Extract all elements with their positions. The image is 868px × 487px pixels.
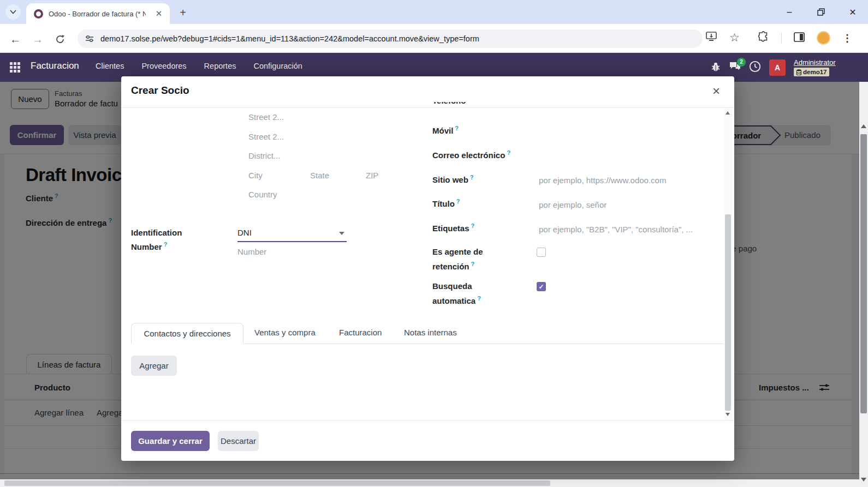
extensions-button[interactable] bbox=[758, 31, 769, 45]
help-mark[interactable]: ? bbox=[477, 295, 481, 302]
district-input[interactable]: District... bbox=[248, 151, 280, 160]
modal-scroll-up-icon[interactable] bbox=[726, 111, 730, 115]
reload-button[interactable] bbox=[52, 32, 68, 47]
menu-configuracion[interactable]: Configuración bbox=[253, 62, 302, 70]
messages-button[interactable]: 2 bbox=[729, 61, 741, 74]
modal-scrollbar[interactable] bbox=[724, 109, 732, 419]
phone-label-clipped: Teléfono bbox=[432, 102, 481, 108]
menu-reportes[interactable]: Reportes bbox=[204, 62, 236, 70]
tab-close-icon[interactable]: ✕ bbox=[153, 8, 164, 19]
modal-scrollbar-thumb[interactable] bbox=[725, 214, 731, 411]
mobile-label: Móvil? bbox=[432, 125, 459, 135]
tab-invoicing[interactable]: Facturacion bbox=[339, 328, 382, 337]
help-mark[interactable]: ? bbox=[507, 149, 510, 156]
browser-tabstrip: Odoo - Borrador de factura (* N ✕ + – ✕ bbox=[0, 0, 868, 24]
retention-label-line2: retención? bbox=[432, 261, 474, 271]
create-partner-modal: Crear Socio × Teléfono Street 2... Stree… bbox=[121, 76, 734, 461]
database-name: demo17 bbox=[803, 69, 827, 75]
identification-label-line1: Identification bbox=[131, 228, 182, 237]
address-bar[interactable]: demo17.solse.pe/web?debug=1#cids=1&menu_… bbox=[78, 29, 703, 48]
autosearch-checkbox[interactable]: ✓ bbox=[537, 282, 546, 291]
website-label: Sitio web? bbox=[432, 174, 474, 184]
id-number-input[interactable]: Number bbox=[237, 247, 266, 256]
minimize-button[interactable]: – bbox=[782, 4, 797, 20]
side-panel-icon bbox=[794, 32, 805, 42]
website-input[interactable]: por ejemplo, https://www.odoo.com bbox=[539, 176, 666, 185]
zip-input[interactable]: ZIP bbox=[366, 171, 378, 180]
user-avatar[interactable]: A bbox=[769, 59, 786, 76]
clock-icon bbox=[749, 61, 761, 73]
messages-count-badge: 2 bbox=[737, 58, 746, 67]
modal-footer-divider bbox=[121, 420, 734, 420]
street2b-input[interactable]: Street 2... bbox=[248, 132, 284, 141]
database-badge: demo17 bbox=[794, 68, 829, 76]
screen: Odoo - Borrador de factura (* N ✕ + – ✕ … bbox=[0, 0, 868, 487]
site-info-icon[interactable] bbox=[85, 35, 94, 43]
install-app-button[interactable] bbox=[705, 31, 717, 44]
toolbar-separator bbox=[781, 33, 782, 44]
activities-button[interactable] bbox=[749, 61, 761, 75]
tab-internal-notes[interactable]: Notas internas bbox=[404, 328, 457, 337]
retention-label-line1: Es agente de bbox=[432, 247, 483, 256]
title-label: Título? bbox=[432, 198, 460, 208]
help-mark[interactable]: ? bbox=[164, 241, 168, 248]
debug-bug-button[interactable] bbox=[711, 61, 721, 74]
title-input[interactable]: por ejemplo, señor bbox=[539, 200, 607, 209]
new-tab-button[interactable]: + bbox=[176, 5, 190, 20]
tab-contacts-addresses[interactable]: Contactos y direcciones bbox=[131, 323, 243, 344]
database-icon bbox=[796, 69, 801, 75]
save-close-button[interactable]: Guardar y cerrar bbox=[131, 431, 210, 451]
user-menu[interactable]: Administrator demo17 bbox=[794, 58, 836, 76]
autosearch-label-line2: automatica? bbox=[432, 295, 481, 305]
scroll-up-arrow-icon[interactable] bbox=[861, 124, 866, 128]
help-mark[interactable]: ? bbox=[471, 223, 475, 229]
identification-label-line2: Number? bbox=[131, 241, 167, 251]
url-text: demo17.solse.pe/web?debug=1#cids=1&menu_… bbox=[100, 34, 479, 43]
side-panel-button[interactable] bbox=[794, 32, 805, 44]
street2-input[interactable]: Street 2... bbox=[248, 112, 284, 122]
menu-clientes[interactable]: Clientes bbox=[96, 62, 124, 70]
scroll-down-arrow-icon[interactable] bbox=[861, 478, 866, 482]
back-button[interactable]: ← bbox=[8, 32, 23, 47]
vertical-scrollbar[interactable] bbox=[859, 82, 868, 487]
odoo-favicon-icon bbox=[34, 9, 43, 19]
discard-button[interactable]: Descartar bbox=[218, 431, 259, 451]
bookmark-star-icon[interactable]: ☆ bbox=[729, 31, 740, 44]
tags-input[interactable]: por ejemplo, "B2B", "VIP", "consultoría"… bbox=[539, 225, 693, 234]
window-controls: – ✕ bbox=[782, 4, 860, 20]
modal-scroll-down-icon[interactable] bbox=[726, 413, 730, 416]
horizontal-scrollbar-thumb[interactable] bbox=[4, 480, 550, 486]
id-type-select[interactable]: DNI bbox=[237, 228, 347, 238]
help-mark[interactable]: ? bbox=[471, 261, 475, 267]
retention-checkbox[interactable] bbox=[537, 248, 546, 257]
autosearch-label-line1: Busqueda bbox=[432, 281, 472, 291]
close-window-button[interactable]: ✕ bbox=[845, 4, 860, 20]
forward-button[interactable]: → bbox=[30, 32, 45, 47]
city-input[interactable]: City bbox=[248, 171, 263, 180]
tab-search-button[interactable] bbox=[5, 4, 21, 20]
menu-kebab-icon[interactable]: ⋮ bbox=[842, 32, 852, 44]
modal-header: Crear Socio × bbox=[121, 76, 734, 108]
vertical-scrollbar-thumb[interactable] bbox=[860, 134, 867, 413]
modal-close-button[interactable]: × bbox=[707, 82, 726, 100]
add-contact-button[interactable]: Agregar bbox=[131, 356, 177, 376]
profile-avatar[interactable] bbox=[817, 31, 830, 45]
help-mark[interactable]: ? bbox=[456, 198, 460, 205]
help-mark[interactable]: ? bbox=[470, 174, 474, 181]
app-name[interactable]: Facturacion bbox=[31, 61, 79, 71]
help-mark[interactable]: ? bbox=[455, 125, 459, 131]
horizontal-scrollbar[interactable] bbox=[0, 479, 859, 487]
check-icon: ✓ bbox=[538, 283, 544, 291]
tab-sales-purchase[interactable]: Ventas y compra bbox=[254, 328, 316, 337]
extensions-puzzle-icon bbox=[758, 31, 769, 43]
menu-proveedores[interactable]: Proveedores bbox=[141, 62, 186, 70]
browser-tab[interactable]: Odoo - Borrador de factura (* N ✕ bbox=[26, 3, 170, 24]
state-input[interactable]: State bbox=[310, 171, 329, 180]
user-name[interactable]: Administrator bbox=[794, 58, 836, 67]
restore-button[interactable] bbox=[813, 4, 829, 20]
apps-grid-button[interactable] bbox=[10, 62, 20, 75]
nav-menus: Clientes Proveedores Reportes Configurac… bbox=[96, 62, 302, 70]
chevron-down-icon bbox=[10, 10, 16, 14]
country-input[interactable]: Country bbox=[248, 190, 277, 199]
email-label: Correo electrónico? bbox=[432, 149, 510, 160]
